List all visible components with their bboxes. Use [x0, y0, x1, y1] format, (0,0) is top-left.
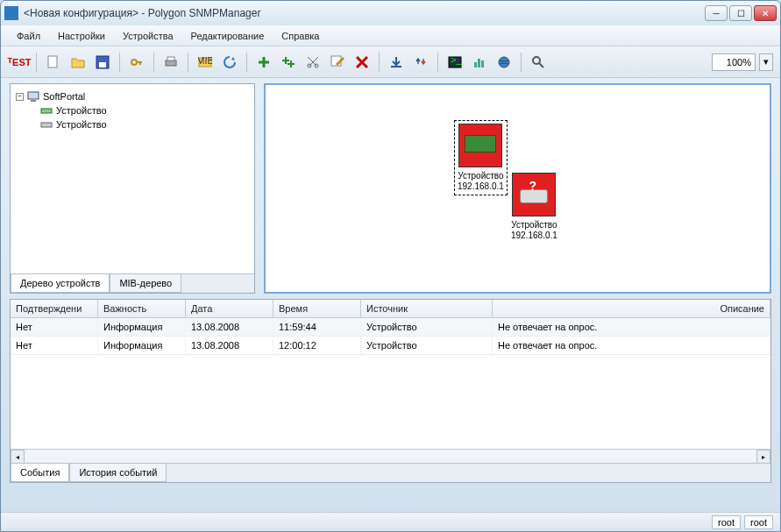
- svg-rect-14: [474, 62, 477, 67]
- test-button[interactable]: TEST: [8, 51, 31, 74]
- separator: [119, 53, 120, 72]
- zoom-input[interactable]: [712, 53, 756, 71]
- svg-rect-2: [99, 62, 106, 67]
- download-icon[interactable]: [385, 51, 408, 74]
- separator: [246, 53, 247, 72]
- menu-settings[interactable]: Настройки: [51, 28, 112, 44]
- status-cell-2: root: [744, 515, 773, 529]
- cell-severity: Информация: [98, 318, 186, 336]
- svg-rect-11: [391, 66, 401, 67]
- tab-event-history[interactable]: История событий: [69, 464, 167, 482]
- cell-confirmed: Нет: [11, 318, 98, 336]
- tree-device-2-label: Устройство: [56, 119, 107, 130]
- separator: [36, 53, 37, 72]
- zoom-dropdown[interactable]: ▾: [759, 53, 773, 71]
- svg-text:>_: >_: [451, 55, 462, 65]
- cell-description: Не отвечает на опрос.: [493, 318, 770, 336]
- cell-date: 13.08.2008: [186, 318, 273, 336]
- device-tree: − SoftPortal Устройство Устройство: [11, 84, 254, 273]
- status-cell-1: root: [712, 515, 741, 529]
- tree-root[interactable]: − SoftPortal: [16, 89, 249, 103]
- menu-file[interactable]: Файл: [10, 28, 47, 44]
- cell-time: 12:00:12: [273, 337, 361, 354]
- device-1-name: Устройство: [458, 171, 504, 181]
- grid-tabs: События История событий: [11, 463, 770, 482]
- cell-description: Не отвечает на опрос.: [493, 337, 770, 354]
- app-icon: [4, 6, 18, 20]
- col-description[interactable]: Описание: [493, 300, 770, 317]
- separator: [188, 53, 188, 72]
- mib-folder-icon[interactable]: MIB: [194, 51, 217, 74]
- key-icon[interactable]: [125, 51, 148, 74]
- edit-icon[interactable]: [326, 51, 349, 74]
- device-card-icon: [458, 124, 502, 167]
- collapse-icon[interactable]: −: [16, 93, 24, 101]
- tree-device-2[interactable]: Устройство: [40, 117, 249, 131]
- table-row[interactable]: Нет Информация 13.08.2008 11:59:44 Устро…: [11, 318, 770, 337]
- scroll-right-icon[interactable]: ▸: [756, 450, 770, 464]
- window-title: <Новая конфигурация> - Polygon SNMPManag…: [24, 7, 705, 19]
- window-buttons: ─ ☐ ✕: [705, 5, 777, 21]
- tab-events[interactable]: События: [11, 464, 69, 482]
- cut-icon[interactable]: [302, 51, 324, 74]
- open-folder-icon[interactable]: [67, 51, 89, 74]
- topology-canvas[interactable]: Устройство 192.168.0.1 ? Устройство 192.…: [264, 83, 771, 294]
- tab-device-tree[interactable]: Дерево устройств: [11, 274, 110, 293]
- scroll-track[interactable]: [25, 450, 756, 463]
- col-time[interactable]: Время: [273, 300, 361, 317]
- svg-rect-21: [41, 109, 52, 113]
- menu-help[interactable]: Справка: [274, 28, 326, 44]
- new-file-icon[interactable]: [42, 51, 65, 74]
- svg-rect-19: [28, 92, 39, 99]
- add-icon[interactable]: [252, 51, 275, 74]
- col-severity[interactable]: Важность: [98, 300, 186, 317]
- tree-panel: − SoftPortal Устройство Устройство Дерев…: [10, 83, 255, 294]
- refresh-icon[interactable]: [218, 51, 241, 74]
- stats-icon[interactable]: [468, 51, 491, 74]
- device-2-name: Устройство: [511, 220, 557, 231]
- close-button[interactable]: ✕: [754, 5, 777, 21]
- grid-header: Подтверждени Важность Дата Время Источни…: [11, 300, 770, 318]
- tree-device-1[interactable]: Устройство: [40, 103, 249, 117]
- zoom-icon[interactable]: [527, 51, 550, 74]
- add-multiple-icon[interactable]: [277, 51, 300, 74]
- svg-point-18: [533, 57, 540, 64]
- svg-rect-22: [41, 123, 52, 127]
- menu-devices[interactable]: Устройства: [116, 28, 181, 44]
- titlebar: <Новая конфигурация> - Polygon SNMPManag…: [1, 1, 780, 25]
- upper-pane: − SoftPortal Устройство Устройство Дерев…: [10, 83, 771, 294]
- svg-text:MIB: MIB: [198, 55, 212, 66]
- menu-edit[interactable]: Редактирование: [184, 28, 272, 44]
- save-icon[interactable]: [91, 51, 114, 74]
- grid-body: Нет Информация 13.08.2008 11:59:44 Устро…: [11, 318, 770, 449]
- tree-root-label: SoftPortal: [43, 91, 85, 102]
- delete-icon[interactable]: [351, 51, 373, 74]
- print-icon[interactable]: [160, 51, 182, 74]
- device-router-icon: ?: [512, 173, 556, 216]
- world-icon[interactable]: [493, 51, 515, 74]
- cell-time: 11:59:44: [273, 318, 361, 336]
- device-2-ip: 192.168.0.1: [511, 231, 557, 241]
- col-source[interactable]: Источник: [361, 300, 493, 317]
- maximize-button[interactable]: ☐: [729, 5, 752, 21]
- cell-severity: Информация: [98, 337, 186, 354]
- cell-date: 13.08.2008: [186, 337, 273, 354]
- scroll-left-icon[interactable]: ◂: [11, 450, 25, 464]
- menubar: Файл Настройки Устройства Редактирование…: [1, 25, 780, 46]
- canvas-device-1[interactable]: Устройство 192.168.0.1: [454, 120, 508, 195]
- upload-download-icon[interactable]: [409, 51, 432, 74]
- computer-icon: [27, 90, 39, 103]
- device-icon: [40, 118, 53, 131]
- col-confirmed[interactable]: Подтверждени: [11, 300, 98, 317]
- col-date[interactable]: Дата: [186, 300, 273, 317]
- tab-mib-tree[interactable]: MIB-дерево: [110, 274, 181, 293]
- svg-rect-20: [31, 100, 36, 102]
- canvas-device-2[interactable]: ? Устройство 192.168.0.1: [511, 173, 557, 241]
- svg-rect-0: [48, 56, 57, 67]
- cell-confirmed: Нет: [11, 337, 98, 354]
- minimize-button[interactable]: ─: [705, 5, 728, 21]
- table-row[interactable]: Нет Информация 13.08.2008 12:00:12 Устро…: [11, 337, 770, 355]
- svg-rect-5: [167, 57, 174, 60]
- events-grid: Подтверждени Важность Дата Время Источни…: [10, 299, 771, 483]
- terminal-icon[interactable]: >_: [444, 51, 466, 74]
